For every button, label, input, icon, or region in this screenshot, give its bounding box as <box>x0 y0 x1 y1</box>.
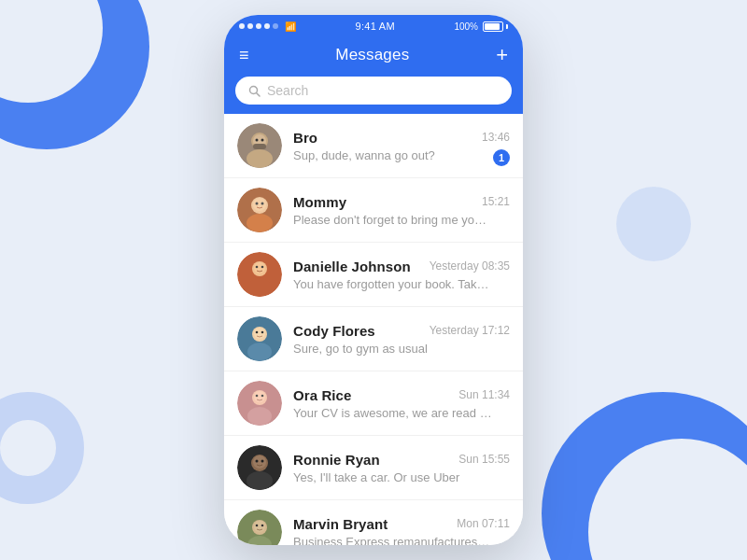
avatar <box>237 510 282 545</box>
contact-name: Mommy <box>293 194 346 210</box>
battery-body <box>483 21 503 32</box>
svg-point-8 <box>261 139 264 142</box>
avatar <box>237 381 282 426</box>
add-message-icon[interactable]: + <box>496 45 508 65</box>
message-time: 15:21 <box>482 195 510 208</box>
svg-point-7 <box>256 139 259 142</box>
svg-point-11 <box>247 214 273 232</box>
message-top-row: Ora RiceSun 11:34 <box>293 387 510 403</box>
bg-decor-circle-tl-inner <box>0 0 103 103</box>
message-top-row: Bro13:46 <box>293 130 510 146</box>
battery-fill <box>485 23 500 30</box>
menu-icon[interactable]: ≡ <box>239 47 249 63</box>
message-item[interactable]: Danielle JohnsonYesterday 08:35You have … <box>224 243 523 307</box>
contact-name: Cody Flores <box>293 323 375 339</box>
avatar <box>237 316 282 361</box>
message-top-row: Marvin BryantMon 07:11 <box>293 516 510 532</box>
unread-badge: 1 <box>493 149 510 166</box>
status-bar: 📶 9:41 AM 100% <box>224 15 523 35</box>
svg-rect-6 <box>253 144 266 149</box>
message-preview: Yes, I'll take a car. Or use Uber <box>293 470 510 484</box>
search-bar[interactable]: Search <box>235 77 512 105</box>
message-top-row: Danielle JohnsonYesterday 08:35 <box>293 259 510 274</box>
message-preview: Sure, go to gym as usual <box>293 342 510 356</box>
message-preview: Business Express remanufactures… <box>293 535 510 546</box>
bg-decor-circle-br-inner <box>588 439 747 560</box>
status-time: 9:41 AM <box>355 21 394 32</box>
phone-frame: 📶 9:41 AM 100% ≡ Messages + Search <box>224 15 523 545</box>
svg-point-38 <box>261 460 264 463</box>
svg-point-31 <box>256 395 259 398</box>
avatar <box>237 123 282 168</box>
svg-point-44 <box>261 525 264 527</box>
message-content: Ronnie RyanSun 15:55Yes, I'll take a car… <box>293 452 510 484</box>
app-header: ≡ Messages + <box>224 35 523 77</box>
message-content: Bro13:46Sup, dude, wanna go out? <box>293 130 510 162</box>
svg-point-43 <box>256 525 259 527</box>
signal-dot-5 <box>273 23 278 29</box>
svg-point-37 <box>256 460 259 463</box>
search-container: Search <box>224 77 523 114</box>
signal-dot-2 <box>247 23 253 29</box>
message-item[interactable]: Marvin BryantMon 07:11Business Express r… <box>224 500 523 545</box>
svg-point-20 <box>261 266 264 269</box>
message-time: Sun 11:34 <box>458 388 510 401</box>
message-top-row: Cody FloresYesterday 17:12 <box>293 323 510 339</box>
bg-decor-circle-tl <box>0 0 149 149</box>
wifi-icon: 📶 <box>285 21 296 32</box>
bg-decor-arc-mr <box>616 187 691 261</box>
message-preview: Sup, dude, wanna go out? <box>293 148 510 162</box>
battery-tip <box>506 24 508 29</box>
contact-name: Ronnie Ryan <box>293 452 380 468</box>
avatar <box>237 445 282 490</box>
battery-icon <box>483 21 508 32</box>
search-placeholder: Search <box>267 83 308 98</box>
message-content: Danielle JohnsonYesterday 08:35You have … <box>293 259 510 291</box>
message-time: Mon 07:11 <box>457 517 510 530</box>
message-content: Marvin BryantMon 07:11Business Express r… <box>293 516 510 546</box>
contact-name: Bro <box>293 130 317 146</box>
svg-point-19 <box>256 266 259 269</box>
search-icon <box>248 85 261 97</box>
svg-point-35 <box>247 471 273 490</box>
signal-dot-4 <box>264 23 270 29</box>
message-top-row: Mommy15:21 <box>293 194 510 210</box>
message-content: Ora RiceSun 11:34Your CV is awesome, we … <box>293 387 510 420</box>
svg-point-32 <box>261 395 264 398</box>
message-top-row: Ronnie RyanSun 15:55 <box>293 452 510 468</box>
signal-dot-1 <box>239 23 245 29</box>
contact-name: Ora Rice <box>293 387 352 403</box>
svg-line-1 <box>257 92 261 96</box>
bg-decor-circle-br <box>542 392 747 560</box>
app-title: Messages <box>335 46 409 64</box>
message-item[interactable]: Bro13:46Sup, dude, wanna go out?1 <box>224 114 523 178</box>
svg-point-23 <box>247 343 272 361</box>
message-item[interactable]: Cody FloresYesterday 17:12Sure, go to gy… <box>224 307 523 371</box>
avatar <box>237 188 282 232</box>
message-content: Cody FloresYesterday 17:12Sure, go to gy… <box>293 323 510 356</box>
message-time: Sun 15:55 <box>458 453 510 466</box>
message-item[interactable]: Ronnie RyanSun 15:55Yes, I'll take a car… <box>224 436 523 500</box>
message-preview: Please don't forget to bring me yo… <box>293 213 510 227</box>
message-preview: Your CV is awesome, we are read … <box>293 406 510 420</box>
svg-point-26 <box>261 331 264 334</box>
bg-decor-arc-bl <box>0 392 84 504</box>
svg-point-36 <box>253 455 266 469</box>
message-preview: You have forgotten your book. Tak… <box>293 277 510 291</box>
svg-point-25 <box>256 331 259 334</box>
contact-name: Marvin Bryant <box>293 516 388 532</box>
message-time: Yesterday 08:35 <box>430 259 510 273</box>
messages-list: Bro13:46Sup, dude, wanna go out?1Mommy15… <box>224 114 523 545</box>
battery-percent: 100% <box>454 21 478 32</box>
contact-name: Danielle Johnson <box>293 259 411 274</box>
message-time: Yesterday 17:12 <box>430 324 510 337</box>
message-item[interactable]: Ora RiceSun 11:34Your CV is awesome, we … <box>224 371 523 436</box>
message-content: Mommy15:21Please don't forget to bring m… <box>293 194 510 227</box>
svg-point-17 <box>247 278 272 297</box>
svg-point-13 <box>256 203 259 205</box>
svg-point-12 <box>253 198 266 211</box>
svg-point-4 <box>247 149 273 168</box>
svg-point-14 <box>261 203 264 205</box>
message-time: 13:46 <box>482 131 510 144</box>
message-item[interactable]: Mommy15:21Please don't forget to bring m… <box>224 178 523 243</box>
